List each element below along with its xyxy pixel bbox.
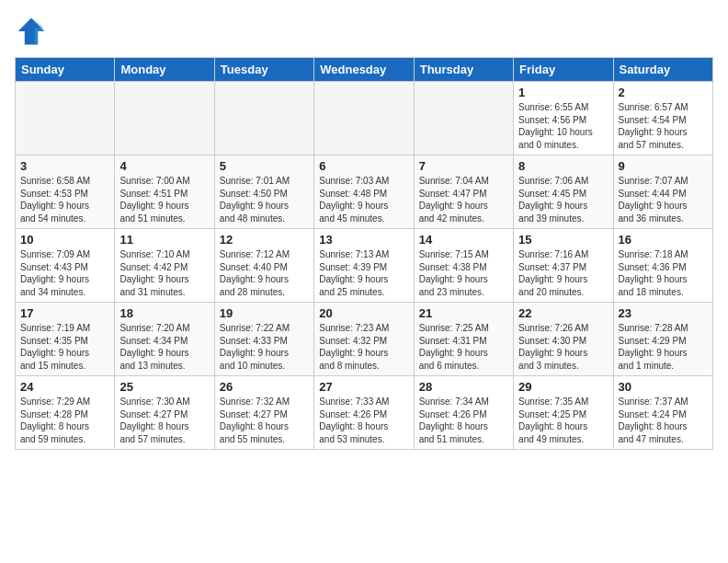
day-info: Sunrise: 7:13 AM Sunset: 4:39 PM Dayligh… bbox=[319, 248, 408, 298]
weekday-header-saturday: Saturday bbox=[613, 58, 712, 82]
logo-icon bbox=[15, 15, 48, 48]
weekday-header-thursday: Thursday bbox=[414, 58, 513, 82]
day-number: 16 bbox=[619, 233, 708, 247]
day-cell: 19Sunrise: 7:22 AM Sunset: 4:33 PM Dayli… bbox=[214, 303, 313, 376]
day-number: 5 bbox=[220, 159, 309, 173]
day-cell: 12Sunrise: 7:12 AM Sunset: 4:40 PM Dayli… bbox=[214, 229, 313, 303]
day-cell: 18Sunrise: 7:20 AM Sunset: 4:34 PM Dayli… bbox=[115, 303, 214, 376]
day-cell: 28Sunrise: 7:34 AM Sunset: 4:26 PM Dayli… bbox=[414, 376, 513, 450]
day-cell: 23Sunrise: 7:28 AM Sunset: 4:29 PM Dayli… bbox=[613, 303, 712, 376]
day-cell: 20Sunrise: 7:23 AM Sunset: 4:32 PM Dayli… bbox=[314, 303, 414, 376]
day-number: 12 bbox=[220, 233, 309, 247]
day-number: 1 bbox=[518, 86, 608, 99]
day-cell bbox=[115, 82, 214, 155]
day-info: Sunrise: 7:29 AM Sunset: 4:28 PM Dayligh… bbox=[20, 396, 109, 445]
day-info: Sunrise: 7:10 AM Sunset: 4:42 PM Dayligh… bbox=[119, 248, 209, 298]
day-cell bbox=[414, 82, 513, 155]
week-row-1: 1Sunrise: 6:55 AM Sunset: 4:56 PM Daylig… bbox=[16, 82, 713, 155]
day-number: 20 bbox=[319, 306, 408, 320]
weekday-header-sunday: Sunday bbox=[16, 58, 115, 82]
day-cell bbox=[16, 82, 115, 155]
day-cell: 15Sunrise: 7:16 AM Sunset: 4:37 PM Dayli… bbox=[514, 229, 613, 303]
day-number: 28 bbox=[419, 380, 508, 394]
day-info: Sunrise: 7:26 AM Sunset: 4:30 PM Dayligh… bbox=[518, 322, 608, 372]
day-number: 18 bbox=[119, 306, 209, 320]
header-row bbox=[15, 15, 713, 48]
day-cell: 26Sunrise: 7:32 AM Sunset: 4:27 PM Dayli… bbox=[214, 376, 313, 450]
day-number: 11 bbox=[119, 233, 209, 247]
weekday-header-monday: Monday bbox=[115, 58, 214, 82]
day-number: 23 bbox=[619, 306, 708, 320]
day-info: Sunrise: 7:01 AM Sunset: 4:50 PM Dayligh… bbox=[220, 175, 309, 224]
day-info: Sunrise: 7:34 AM Sunset: 4:26 PM Dayligh… bbox=[419, 396, 508, 445]
day-info: Sunrise: 7:33 AM Sunset: 4:26 PM Dayligh… bbox=[319, 396, 408, 445]
week-row-4: 17Sunrise: 7:19 AM Sunset: 4:35 PM Dayli… bbox=[16, 303, 713, 376]
day-cell: 7Sunrise: 7:04 AM Sunset: 4:47 PM Daylig… bbox=[414, 155, 513, 229]
day-cell: 2Sunrise: 6:57 AM Sunset: 4:54 PM Daylig… bbox=[613, 82, 712, 155]
day-number: 24 bbox=[20, 380, 109, 394]
day-cell: 1Sunrise: 6:55 AM Sunset: 4:56 PM Daylig… bbox=[514, 82, 613, 155]
day-number: 15 bbox=[518, 233, 608, 247]
day-info: Sunrise: 7:37 AM Sunset: 4:24 PM Dayligh… bbox=[619, 396, 708, 445]
logo bbox=[15, 15, 51, 48]
day-cell: 13Sunrise: 7:13 AM Sunset: 4:39 PM Dayli… bbox=[314, 229, 414, 303]
weekday-header-row: SundayMondayTuesdayWednesdayThursdayFrid… bbox=[16, 58, 713, 82]
day-number: 9 bbox=[619, 159, 708, 173]
day-info: Sunrise: 7:28 AM Sunset: 4:29 PM Dayligh… bbox=[619, 322, 708, 372]
day-cell: 30Sunrise: 7:37 AM Sunset: 4:24 PM Dayli… bbox=[613, 376, 712, 450]
day-cell: 22Sunrise: 7:26 AM Sunset: 4:30 PM Dayli… bbox=[514, 303, 613, 376]
day-cell: 16Sunrise: 7:18 AM Sunset: 4:36 PM Dayli… bbox=[613, 229, 712, 303]
day-info: Sunrise: 7:16 AM Sunset: 4:37 PM Dayligh… bbox=[518, 248, 608, 298]
day-info: Sunrise: 7:09 AM Sunset: 4:43 PM Dayligh… bbox=[20, 248, 109, 298]
day-number: 13 bbox=[319, 233, 408, 247]
day-info: Sunrise: 7:35 AM Sunset: 4:25 PM Dayligh… bbox=[518, 396, 608, 445]
day-cell: 27Sunrise: 7:33 AM Sunset: 4:26 PM Dayli… bbox=[314, 376, 414, 450]
day-info: Sunrise: 6:58 AM Sunset: 4:53 PM Dayligh… bbox=[20, 175, 109, 224]
day-info: Sunrise: 7:32 AM Sunset: 4:27 PM Dayligh… bbox=[220, 396, 309, 445]
day-info: Sunrise: 7:00 AM Sunset: 4:51 PM Dayligh… bbox=[119, 175, 209, 224]
day-info: Sunrise: 7:15 AM Sunset: 4:38 PM Dayligh… bbox=[419, 248, 508, 298]
day-info: Sunrise: 7:25 AM Sunset: 4:31 PM Dayligh… bbox=[419, 322, 508, 372]
day-number: 3 bbox=[20, 159, 109, 173]
week-row-5: 24Sunrise: 7:29 AM Sunset: 4:28 PM Dayli… bbox=[16, 376, 713, 450]
day-cell bbox=[214, 82, 313, 155]
day-number: 17 bbox=[20, 306, 109, 320]
day-number: 25 bbox=[119, 380, 209, 394]
day-number: 29 bbox=[518, 380, 608, 394]
day-number: 7 bbox=[419, 159, 508, 173]
page: SundayMondayTuesdayWednesdayThursdayFrid… bbox=[0, 0, 728, 459]
weekday-header-friday: Friday bbox=[514, 58, 613, 82]
day-info: Sunrise: 7:22 AM Sunset: 4:33 PM Dayligh… bbox=[220, 322, 309, 372]
day-info: Sunrise: 7:23 AM Sunset: 4:32 PM Dayligh… bbox=[319, 322, 408, 372]
day-info: Sunrise: 7:12 AM Sunset: 4:40 PM Dayligh… bbox=[220, 248, 309, 298]
day-cell: 8Sunrise: 7:06 AM Sunset: 4:45 PM Daylig… bbox=[514, 155, 613, 229]
weekday-header-wednesday: Wednesday bbox=[314, 58, 414, 82]
day-info: Sunrise: 7:20 AM Sunset: 4:34 PM Dayligh… bbox=[119, 322, 209, 372]
day-cell: 14Sunrise: 7:15 AM Sunset: 4:38 PM Dayli… bbox=[414, 229, 513, 303]
weekday-header-tuesday: Tuesday bbox=[214, 58, 313, 82]
day-info: Sunrise: 7:19 AM Sunset: 4:35 PM Dayligh… bbox=[20, 322, 109, 372]
day-cell: 17Sunrise: 7:19 AM Sunset: 4:35 PM Dayli… bbox=[16, 303, 115, 376]
day-cell: 3Sunrise: 6:58 AM Sunset: 4:53 PM Daylig… bbox=[16, 155, 115, 229]
week-row-3: 10Sunrise: 7:09 AM Sunset: 4:43 PM Dayli… bbox=[16, 229, 713, 303]
day-number: 14 bbox=[419, 233, 508, 247]
day-info: Sunrise: 6:57 AM Sunset: 4:54 PM Dayligh… bbox=[619, 101, 708, 151]
day-info: Sunrise: 7:03 AM Sunset: 4:48 PM Dayligh… bbox=[319, 175, 408, 224]
day-number: 6 bbox=[319, 159, 408, 173]
day-cell: 11Sunrise: 7:10 AM Sunset: 4:42 PM Dayli… bbox=[115, 229, 214, 303]
calendar-table: SundayMondayTuesdayWednesdayThursdayFrid… bbox=[15, 57, 713, 450]
day-number: 21 bbox=[419, 306, 508, 320]
day-cell: 10Sunrise: 7:09 AM Sunset: 4:43 PM Dayli… bbox=[16, 229, 115, 303]
day-number: 8 bbox=[518, 159, 608, 173]
day-number: 19 bbox=[220, 306, 309, 320]
day-info: Sunrise: 7:04 AM Sunset: 4:47 PM Dayligh… bbox=[419, 175, 508, 224]
day-number: 10 bbox=[20, 233, 109, 247]
day-number: 27 bbox=[319, 380, 408, 394]
day-info: Sunrise: 7:18 AM Sunset: 4:36 PM Dayligh… bbox=[619, 248, 708, 298]
day-cell: 4Sunrise: 7:00 AM Sunset: 4:51 PM Daylig… bbox=[115, 155, 214, 229]
week-row-2: 3Sunrise: 6:58 AM Sunset: 4:53 PM Daylig… bbox=[16, 155, 713, 229]
day-number: 26 bbox=[220, 380, 309, 394]
day-number: 30 bbox=[619, 380, 708, 394]
day-info: Sunrise: 6:55 AM Sunset: 4:56 PM Dayligh… bbox=[518, 101, 608, 151]
day-info: Sunrise: 7:06 AM Sunset: 4:45 PM Dayligh… bbox=[518, 175, 608, 224]
